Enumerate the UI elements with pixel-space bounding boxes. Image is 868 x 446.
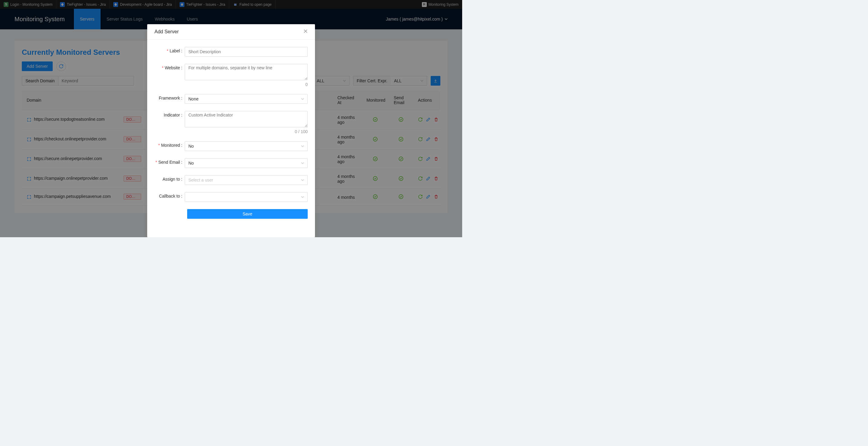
send-email-value: No [188,161,194,166]
assign-to-select[interactable]: Select a user [185,175,308,185]
indicator-label: Indicator : [154,111,185,134]
chevron-down-icon [301,145,304,148]
chevron-down-icon [301,97,304,100]
close-button[interactable] [304,29,308,34]
framework-value: None [188,97,198,101]
indicator-counter: 0 / 100 [185,129,308,134]
framework-select[interactable]: None [185,94,308,104]
website-label: *Website : [154,64,185,87]
chevron-down-icon [301,196,304,199]
close-icon [304,29,308,33]
label-input[interactable] [185,47,308,57]
framework-label: Framework : [154,94,185,104]
website-input[interactable] [185,64,308,80]
assign-to-placeholder: Select a user [188,178,213,182]
chevron-down-icon [301,178,304,181]
monitored-label: *Monitored : [154,141,185,151]
indicator-input[interactable] [185,111,308,127]
modal-title: Add Server [154,29,179,34]
assign-to-label: Assign to : [154,175,185,185]
callback-to-label: Callback to : [154,192,185,202]
website-counter: 0 [185,82,308,87]
send-email-label: *Send Email : [154,158,185,168]
callback-to-select[interactable] [185,192,308,202]
add-server-modal: Add Server *Label : *Website : 0 Framewo… [147,24,315,237]
monitored-value: No [188,144,194,148]
chevron-down-icon [301,162,304,165]
save-button[interactable]: Save [187,209,308,219]
send-email-select[interactable]: No [185,158,308,168]
monitored-select[interactable]: No [185,141,308,151]
label-label: *Label : [154,47,185,57]
